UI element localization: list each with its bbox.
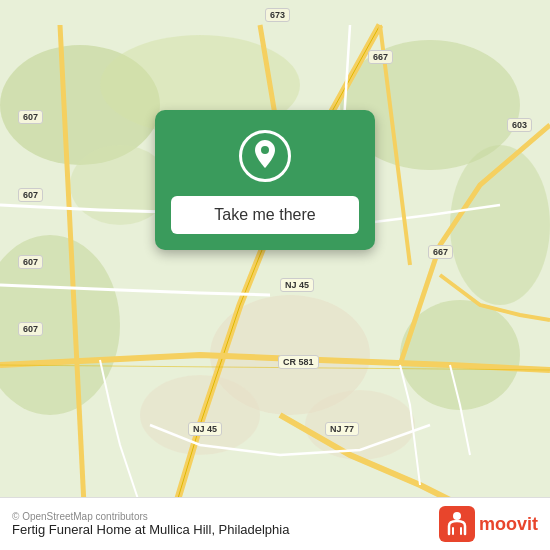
route-badge-nj45-bottom: NJ 45 [188, 422, 222, 436]
route-badge-607-2: 607 [18, 188, 43, 202]
svg-point-14 [453, 512, 461, 520]
route-badge-667-top: 667 [368, 50, 393, 64]
svg-rect-13 [439, 506, 475, 542]
route-badge-cr581: CR 581 [278, 355, 319, 369]
location-icon-wrapper [239, 130, 291, 182]
location-name: Fertig Funeral Home at Mullica Hill, Phi… [12, 522, 289, 537]
bottom-left: © OpenStreetMap contributors Fertig Fune… [12, 511, 289, 537]
map-container: 673 667 603 607 607 607 607 667 NJ 45 CR… [0, 0, 550, 550]
map-roads [0, 0, 550, 550]
bottom-bar: © OpenStreetMap contributors Fertig Fune… [0, 497, 550, 550]
route-badge-nj45: NJ 45 [280, 278, 314, 292]
route-badge-nj77: NJ 77 [325, 422, 359, 436]
take-me-there-button[interactable]: Take me there [171, 196, 359, 234]
location-card: Take me there [155, 110, 375, 250]
route-badge-667-mid: 667 [428, 245, 453, 259]
moovit-brand-name: moovit [479, 514, 538, 535]
route-badge-607-4: 607 [18, 322, 43, 336]
route-badge-607-1: 607 [18, 110, 43, 124]
moovit-logo: moovit [439, 506, 538, 542]
location-pin-icon [251, 140, 279, 172]
route-badge-607-3: 607 [18, 255, 43, 269]
route-badge-603: 603 [507, 118, 532, 132]
map-attribution: © OpenStreetMap contributors [12, 511, 289, 522]
moovit-brand-icon [439, 506, 475, 542]
svg-point-12 [261, 146, 269, 154]
route-badge-673: 673 [265, 8, 290, 22]
